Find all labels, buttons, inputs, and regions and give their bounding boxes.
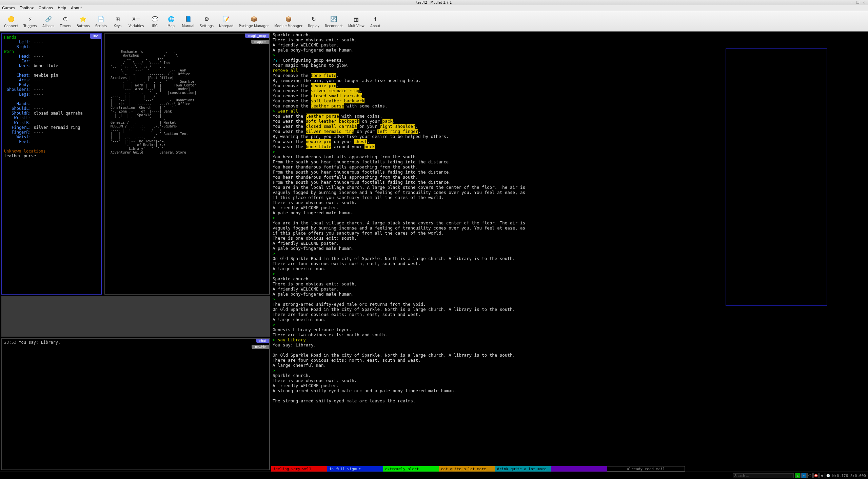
inv-hands-header: Hands [4,35,99,40]
aliases-icon: 🔗 [44,15,53,23]
inv-waist-label: Waist: [4,135,31,139]
tray-info-icon[interactable]: ⓘ [807,473,813,478]
tray-up-icon[interactable]: ▲ [795,473,801,478]
map-icon: 🌐 [167,15,176,23]
menubar: Games Toolbox Options Help About [0,5,868,11]
inv-right-label: Right: [4,44,31,49]
tab-mapper[interactable]: mapper [251,40,269,44]
inv-neck-value: bone flute [34,63,58,68]
inv-feet-value: ---- [34,139,43,144]
inv-unknown-header: Unknown locations [4,149,99,154]
toolbar-triggers-button[interactable]: ⚡Triggers [21,14,40,28]
right-column [685,32,868,472]
toolbar-aliases-button[interactable]: 🔗Aliases [40,14,57,28]
window-titlebar: test42 - Mudlet 3.7.1 – ❐ ✕ [0,0,868,5]
toolbar-module-manager-button[interactable]: 📦Module Manager [272,14,305,28]
toolbar-scripts-button[interactable]: 📄Scripts [93,14,110,28]
inv-body-label: Body: [4,82,31,87]
tray-down-icon[interactable]: ▼ [801,473,807,478]
net-stats: N:0.176 S:0.000 [832,474,866,478]
inv-head-label: Head: [4,54,31,59]
keys-icon: ⊞ [113,15,122,23]
menu-about[interactable]: About [71,6,82,10]
buttons-icon: ⭐ [79,15,87,23]
menu-options[interactable]: Options [39,6,53,10]
status-alert: extremely alert [383,466,439,472]
status-food: eat quite a lot more [439,466,495,472]
toolbar-variables-button[interactable]: X=Variables [126,14,147,28]
inv-hands-value: ---- [34,101,43,106]
tab-inv[interactable]: inv [90,34,101,39]
status-intox [551,466,607,472]
toolbar-multiview-button[interactable]: ▦MultiView [346,14,367,28]
inv-shoulders-value: ---- [34,87,43,92]
inv-wristr-label: WristR: [4,120,31,125]
inventory-panel: inv Hands Left: ---- Right: ---- Worn He… [1,33,102,295]
inv-chest-label: Chest: [4,73,31,78]
toolbar-irc-button[interactable]: 💬IRC [147,14,163,28]
window-title: test42 - Mudlet 3.7.1 [416,1,452,4]
inv-left-value: ---- [34,40,43,44]
inv-shouldr-label: ShouldR: [4,111,31,116]
triggers-icon: ⚡ [26,15,35,23]
manual-icon: 📘 [184,15,193,23]
status-mana: in full vigour [327,466,383,472]
tab-newbie[interactable]: newbie [252,345,269,349]
toolbar-buttons-button[interactable]: ⭐Buttons [74,14,93,28]
toolbar-settings-button[interactable]: ⚙Settings [197,14,216,28]
inv-fingerl-label: FingerL: [4,125,31,130]
close-icon[interactable]: ✕ [862,0,866,4]
search-input[interactable] [733,473,794,478]
menu-games[interactable]: Games [2,6,15,10]
inv-fingerr-value: ---- [34,130,43,135]
toolbar-keys-button[interactable]: ⊞Keys [110,14,126,28]
inv-right-value: ---- [34,44,43,49]
toolbar-reconnect-button[interactable]: 🔄Reconnect [322,14,346,28]
blank-area [1,296,270,337]
toolbar-connect-button[interactable]: 🟡Connect [1,14,21,28]
menu-help[interactable]: Help [58,6,66,10]
inv-neck-label: Neck: [4,63,31,68]
multiview-icon: ▦ [352,15,361,23]
connect-icon: 🟡 [7,15,16,23]
inv-arms-value: ---- [34,78,43,82]
inv-shouldr-value: closed small qarraba [34,111,83,116]
chat-timestamp: 23:53 [4,340,16,345]
timers-icon: ⏱ [61,15,70,23]
main-console[interactable]: Sparkle church. There is one obvious exi… [271,32,685,466]
status-bar: feeling very well in full vigour extreme… [271,466,685,472]
inv-unknown-item: leather purse [4,154,99,158]
maximize-icon[interactable]: ❐ [856,0,860,4]
inv-fingerl-value: silver mermaid ring [34,125,80,130]
inv-shouldl-value: ---- [34,106,43,111]
right-empty-panel [726,48,827,306]
menu-toolbox[interactable]: Toolbox [20,6,34,10]
toolbar-map-button[interactable]: 🌐Map [163,14,179,28]
inv-waist-value: ---- [34,135,43,139]
input-row: ▲ ▼ ⓘ ⛔ ⏺ 🕒 N:0.176 S:0.000 [0,472,868,479]
inv-wristr-value: ---- [34,120,43,125]
status-mail: already read mail [607,466,685,472]
toolbar-manual-button[interactable]: 📘Manual [179,14,197,28]
tab-chat[interactable]: chat [256,339,269,343]
inv-hands-label: Hands: [4,101,31,106]
inv-body-value: ---- [34,82,43,87]
inv-ear-value: ---- [34,59,43,63]
variables-icon: X= [132,15,141,23]
toolbar-replay-button[interactable]: ↻Replay [305,14,322,28]
toolbar-timers-button[interactable]: ⏱Timers [57,14,74,28]
toolbar-about-button[interactable]: ℹAbout [367,14,383,28]
toolbar-package-manager-button[interactable]: 📦Package Manager [236,14,271,28]
tray-bug-icon[interactable]: ⛔ [813,473,819,478]
chat-panel: chat newbie 23:53 You say: Library. [1,338,270,470]
minimize-icon[interactable]: – [850,0,854,4]
tray-clock-icon[interactable]: 🕒 [826,473,831,478]
package-manager-icon: 📦 [250,15,258,23]
tab-magic-map[interactable]: magic_map [245,34,269,38]
inv-feet-label: Feet: [4,139,31,144]
tray-log-icon[interactable]: ⏺ [820,473,825,478]
inv-wristl-value: ---- [34,116,43,120]
map-panel: magic_map mapper Enchanter's .---. Works… [104,33,270,295]
reconnect-icon: 🔄 [329,15,338,23]
toolbar-notepad-button[interactable]: 📝Notepad [216,14,236,28]
